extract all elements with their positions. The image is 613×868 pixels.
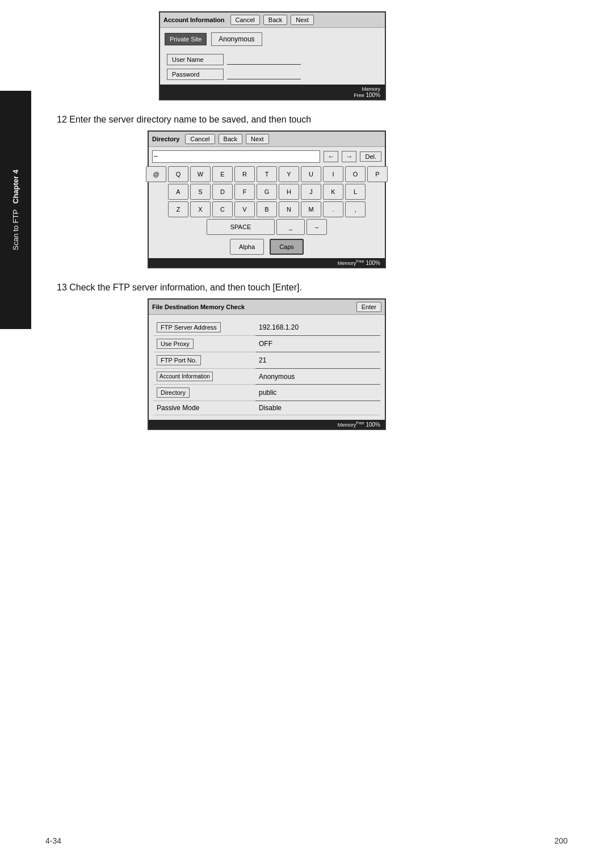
enter-button[interactable]: Enter: [356, 302, 381, 312]
screen1-body: Private Site Anonymous User Name Passwor…: [160, 28, 385, 85]
screen1-back-button[interactable]: Back: [263, 15, 287, 25]
key-h[interactable]: H: [279, 184, 299, 200]
key-period[interactable]: .: [323, 201, 343, 217]
page-number-left: 4-34: [45, 836, 61, 845]
passive-mode-value: Disable: [255, 401, 380, 415]
account-info-label: Account Information: [157, 372, 213, 381]
dir-input-field[interactable]: –: [152, 150, 320, 163]
dir-input-row: – ← → Del.: [152, 150, 381, 163]
password-label: Password: [167, 69, 224, 80]
ftp-server-label: FTP Server Address: [157, 322, 221, 332]
passive-mode-row: Passive Mode Disable: [153, 401, 380, 415]
key-o[interactable]: O: [345, 166, 366, 182]
screen1-top-row: Private Site Anonymous: [165, 32, 380, 46]
keyboard-grid: @ Q W E R T Y U I O P A S D F: [152, 166, 381, 255]
private-site-button[interactable]: Private Site: [165, 33, 207, 45]
screen3-title: File Destination Memory Check: [152, 304, 245, 310]
screen3-body: FTP Server Address 192.168.1.20 Use Prox…: [149, 315, 385, 420]
screen2-header: Directory Cancel Back Next: [149, 132, 385, 147]
keyboard-row1: @ Q W E R T Y U I O P: [146, 166, 388, 182]
screen1-memory-label: MemoryFree 100%: [354, 86, 380, 98]
anonymous-button[interactable]: Anonymous: [211, 32, 262, 46]
screen2-body: – ← → Del. @ Q W E R T Y U I O P: [149, 147, 385, 258]
key-u[interactable]: U: [301, 166, 321, 182]
screen2-cancel-button[interactable]: Cancel: [185, 134, 215, 144]
key-space[interactable]: SPACE: [207, 219, 275, 235]
page-number-right: 200: [555, 836, 568, 845]
key-j[interactable]: J: [301, 184, 321, 200]
key-dash[interactable]: –: [306, 219, 327, 235]
key-z[interactable]: Z: [168, 201, 188, 217]
key-w[interactable]: W: [190, 166, 211, 182]
key-q[interactable]: Q: [168, 166, 188, 182]
screen2-title: Directory: [152, 136, 179, 142]
screen2-memory-label: MemoryFree 100%: [338, 260, 380, 266]
key-c[interactable]: C: [212, 201, 233, 217]
del-button[interactable]: Del.: [360, 151, 381, 162]
ftp-port-value: 21: [255, 352, 380, 369]
file-dest-screen: File Destination Memory Check Enter FTP …: [148, 298, 386, 430]
use-proxy-label: Use Proxy: [157, 339, 194, 349]
ftp-port-row: FTP Port No. 21: [153, 352, 380, 369]
info-table: FTP Server Address 192.168.1.20 Use Prox…: [153, 319, 380, 415]
key-underscore[interactable]: _: [276, 219, 305, 235]
section-label: Scan to FTP: [11, 209, 20, 250]
key-m[interactable]: M: [301, 201, 321, 217]
ftp-port-label: FTP Port No.: [157, 355, 201, 365]
key-k[interactable]: K: [323, 184, 343, 200]
key-y[interactable]: Y: [279, 166, 299, 182]
account-info-screen: Account Information Cancel Back Next Pri…: [159, 11, 386, 100]
right-arrow-button[interactable]: →: [342, 151, 356, 162]
screen2-footer: MemoryFree 100%: [149, 258, 385, 267]
sidebar: Chapter 4 Scan to FTP: [0, 91, 31, 329]
password-row: Password: [167, 69, 378, 80]
username-row: User Name: [167, 54, 378, 65]
keyboard-row3: Z X C V B N M . ,: [168, 201, 366, 217]
screen2-next-button[interactable]: Next: [246, 134, 269, 144]
key-n[interactable]: N: [279, 201, 299, 217]
password-value: [227, 69, 301, 79]
key-f[interactable]: F: [234, 184, 255, 200]
key-d[interactable]: D: [212, 184, 233, 200]
key-t[interactable]: T: [257, 166, 277, 182]
account-info-value: Anonymous: [255, 369, 380, 385]
key-i[interactable]: I: [323, 166, 343, 182]
key-p[interactable]: P: [367, 166, 388, 182]
caps-button[interactable]: Caps: [270, 239, 304, 255]
key-l[interactable]: L: [345, 184, 366, 200]
screen2-back-button[interactable]: Back: [219, 134, 242, 144]
key-b[interactable]: B: [257, 201, 277, 217]
use-proxy-value: OFF: [255, 336, 380, 352]
directory-label: Directory: [157, 387, 190, 398]
main-content: Account Information Cancel Back Next Pri…: [45, 0, 613, 461]
step12-text: 12 Enter the server directory name to be…: [57, 115, 596, 125]
chapter-label: Chapter 4: [11, 170, 20, 204]
screen1-fields: User Name Password: [165, 54, 380, 80]
key-g[interactable]: G: [257, 184, 277, 200]
keyboard-row2: A S D F G H J K L: [168, 184, 366, 200]
key-s[interactable]: S: [190, 184, 211, 200]
screen1-cancel-button[interactable]: Cancel: [230, 15, 260, 25]
ftp-server-row: FTP Server Address 192.168.1.20: [153, 319, 380, 336]
directory-value: public: [255, 385, 380, 401]
directory-row: Directory public: [153, 385, 380, 401]
screen1-header: Account Information Cancel Back Next: [160, 12, 385, 28]
key-at[interactable]: @: [146, 166, 166, 182]
screen1-next-button[interactable]: Next: [291, 15, 314, 25]
alpha-button[interactable]: Alpha: [230, 239, 264, 255]
left-arrow-button[interactable]: ←: [324, 151, 338, 162]
ftp-server-value: 192.168.1.20: [255, 319, 380, 336]
screen1-footer: MemoryFree 100%: [160, 85, 385, 99]
screen3-memory-label: MemoryFree 100%: [338, 422, 380, 428]
key-e[interactable]: E: [212, 166, 233, 182]
screen1-title: Account Information: [163, 16, 225, 23]
key-v[interactable]: V: [234, 201, 255, 217]
key-x[interactable]: X: [190, 201, 211, 217]
key-r[interactable]: R: [234, 166, 255, 182]
key-a[interactable]: A: [168, 184, 188, 200]
key-comma[interactable]: ,: [345, 201, 366, 217]
page-footer: 4-34 200: [0, 836, 613, 845]
keyboard-row4: SPACE _ –: [207, 219, 327, 235]
username-value: [227, 54, 301, 65]
screen3-footer: MemoryFree 100%: [149, 420, 385, 429]
